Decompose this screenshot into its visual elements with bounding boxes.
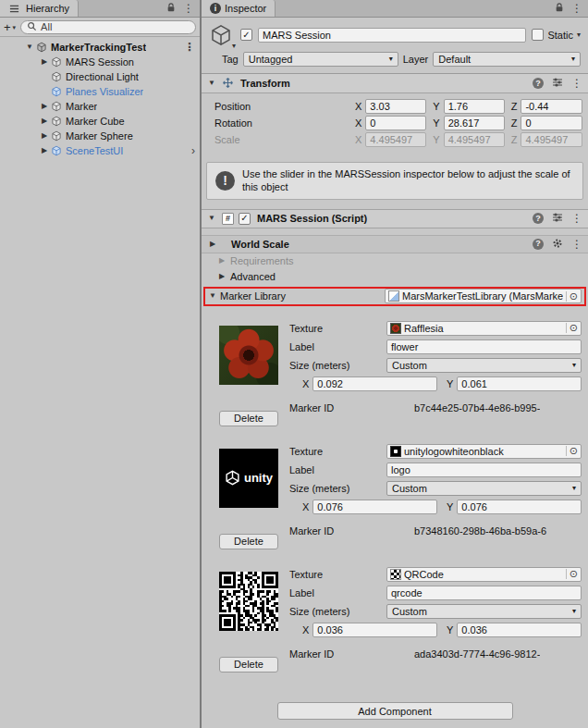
foldout-open-icon[interactable]: ▼ [206,80,217,87]
size-mode-dropdown[interactable]: Custom▾ [386,604,582,619]
position-z-field[interactable]: -0.44 [521,99,582,114]
object-picker-icon[interactable]: ⊙ [566,323,578,333]
help-icon[interactable]: ? [533,78,544,89]
size-x-field[interactable]: 0.092 [312,376,437,391]
component-menu-icon[interactable]: ⋮ [571,213,582,224]
panel-menu-icon[interactable]: ⋮ [183,3,194,14]
search-filter-value: All [41,21,52,32]
hierarchy-panel: Hierarchy ⋮ + ▾ All ▼ [0,0,202,728]
inspector-tab[interactable]: i Inspector [202,0,276,17]
foldout-closed-icon[interactable]: ▶ [39,58,50,66]
lock-icon[interactable] [555,2,564,15]
panel-menu-icon[interactable]: ⋮ [571,3,582,14]
object-picker-icon[interactable]: ⊙ [566,291,578,302]
foldout-closed-icon[interactable]: ▶ [207,241,218,248]
axis-y-label: Y [433,117,439,129]
chevron-down-icon: ▾ [571,56,575,63]
axis-z-label: Z [511,101,518,112]
label-field[interactable]: qrcode [386,586,582,600]
axis-z-label: Z [511,117,518,129]
hierarchy-item-scenetestui[interactable]: ▶ SceneTestUI › [0,143,200,158]
presets-icon[interactable] [552,212,563,225]
requirements-foldout[interactable]: ▶ Requirements [202,253,588,269]
size-x-field[interactable]: 0.076 [312,500,437,514]
tag-value: Untagged [249,54,293,65]
size-mode-dropdown[interactable]: Custom▾ [386,358,582,373]
hierarchy-tab[interactable]: Hierarchy [0,0,79,17]
marker-library-row[interactable]: ▼ Marker Library MarsMarkerTestLibrary (… [203,287,586,306]
texture-object-field[interactable]: unitylogowhiteonblack ⊙ [386,444,582,459]
size-mode-dropdown[interactable]: Custom▾ [386,481,582,496]
add-component-button[interactable]: Add Component [277,702,513,720]
hierarchy-item-mars-session[interactable]: ▶ MARS Session [0,55,200,69]
scale-x-field: 4.495497 [365,132,426,147]
delete-button[interactable]: Delete [219,657,278,672]
size-y-field[interactable]: 0.076 [457,500,582,514]
foldout-open-icon[interactable]: ▼ [207,292,218,300]
marker-entry-qrcode: Delete Texture QRCode ⊙ Label qrcode Siz… [219,565,583,672]
scene-menu-icon[interactable]: ⋮ [184,42,195,53]
gameobject-cube-icon [50,56,63,68]
section-menu-icon[interactable]: ⋮ [571,239,582,250]
static-checkbox[interactable] [532,29,544,41]
lock-icon[interactable] [166,2,176,15]
component-enabled-checkbox[interactable]: ✓ [239,213,251,225]
hierarchy-item-directional-light[interactable]: ▶ Directional Light [0,69,200,84]
delete-button[interactable]: Delete [219,411,278,426]
hierarchy-search-input[interactable]: All [20,20,196,34]
foldout-open-icon[interactable]: ▼ [24,43,35,51]
hierarchy-item-marker[interactable]: ▶ Marker [0,99,200,114]
advanced-foldout[interactable]: ▶ Advanced [202,269,588,285]
rotation-x-field[interactable]: 0 [365,116,426,130]
prefab-open-chevron-icon[interactable]: › [191,145,195,156]
help-icon[interactable]: ? [533,213,544,224]
tag-dropdown[interactable]: Untagged ▾ [243,52,398,67]
mars-session-script-header[interactable]: ▼ # ✓ MARS Session (Script) ? ⋮ [202,209,588,228]
size-x-field[interactable]: 0.036 [312,623,437,637]
position-x-field[interactable]: 3.03 [365,99,426,114]
unity-wordmark: unity [244,471,273,485]
active-checkbox[interactable]: ✓ [240,29,252,41]
foldout-closed-icon[interactable]: ▶ [39,147,50,154]
foldout-open-icon[interactable]: ▼ [206,215,217,222]
hierarchy-scene-row[interactable]: ▼ MarkerTrackingTest ⋮ [0,40,200,55]
chevron-down-icon[interactable]: ▾ [577,31,581,39]
foldout-closed-icon: ▶ [216,257,227,265]
object-name-field[interactable]: MARS Session [258,28,526,43]
texture-value: QRCode [404,569,563,580]
component-menu-icon[interactable]: ⋮ [571,78,582,89]
foldout-closed-icon[interactable]: ▶ [39,132,50,140]
label-field[interactable]: logo [386,463,582,477]
size-y-field[interactable]: 0.061 [457,376,582,391]
hierarchy-item-planes-visualizer[interactable]: ▶ Planes Visualizer [0,84,200,99]
delete-button[interactable]: Delete [219,534,278,549]
layer-dropdown[interactable]: Default ▾ [433,52,581,67]
object-picker-icon[interactable]: ⊙ [566,569,578,579]
item-label: Marker [66,101,97,112]
texture-object-field[interactable]: Rafflesia ⊙ [386,321,582,336]
world-scale-header[interactable]: ▶ World Scale ? ⋮ [202,235,588,253]
label-field[interactable]: flower [386,339,582,354]
hierarchy-tab-label: Hierarchy [26,3,69,14]
create-object-button[interactable]: + ▾ [4,21,16,33]
transform-title: Transform [240,78,290,89]
gear-icon[interactable] [552,238,563,251]
marker-library-object-field[interactable]: MarsMarkerTestLibrary (MarsMarkerl ⊙ [385,289,582,303]
foldout-closed-icon[interactable]: ▶ [39,117,50,125]
gameobject-cube-icon[interactable]: ▾ [207,22,235,47]
rotation-z-field[interactable]: 0 [521,116,582,130]
hierarchy-item-marker-cube[interactable]: ▶ Marker Cube [0,114,200,129]
texture-object-field[interactable]: QRCode ⊙ [386,567,582,582]
inspector-footer: Add Component [202,695,588,728]
object-picker-icon[interactable]: ⊙ [566,446,578,456]
chevron-down-icon: ▾ [572,608,576,615]
position-y-field[interactable]: 1.76 [444,99,505,114]
help-icon[interactable]: ? [533,239,544,250]
chevron-down-icon: ▾ [572,485,576,492]
transform-header[interactable]: ▼ Transform ? ⋮ [202,74,588,93]
foldout-closed-icon[interactable]: ▶ [39,103,50,110]
rotation-y-field[interactable]: 28.617 [444,116,505,130]
size-y-field[interactable]: 0.036 [457,623,582,637]
hierarchy-item-marker-sphere[interactable]: ▶ Marker Sphere [0,129,200,143]
presets-icon[interactable] [552,77,563,90]
